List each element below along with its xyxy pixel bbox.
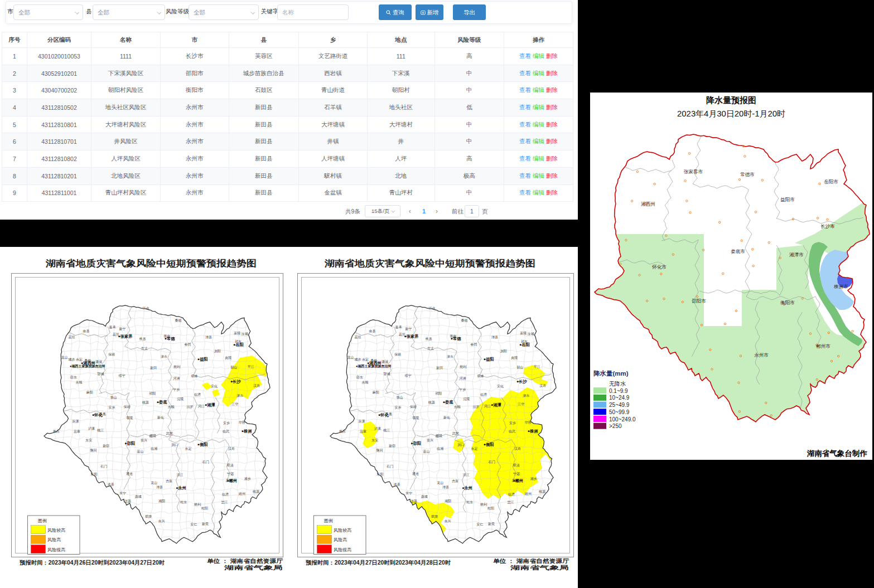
svg-text:芷江: 芷江 xyxy=(221,500,228,504)
svg-text:●岳阳: ●岳阳 xyxy=(519,342,530,347)
svg-text:双牌: 双牌 xyxy=(431,514,438,519)
svg-text:单位 ： 湖南省自然资源厅: 单位 ： 湖南省自然资源厅 xyxy=(207,558,283,564)
svg-text:韶山: 韶山 xyxy=(517,365,524,370)
svg-text:道县: 道县 xyxy=(394,483,400,486)
svg-text:漵浦: 漵浦 xyxy=(382,359,388,364)
svg-text:漵浦: 漵浦 xyxy=(95,359,102,364)
svg-text:华容: 华容 xyxy=(525,420,532,425)
svg-text:新邵: 新邵 xyxy=(389,444,395,448)
svg-text:●常德: ●常德 xyxy=(451,336,462,341)
svg-text:安化: 安化 xyxy=(497,384,504,388)
svg-text:花垣: 花垣 xyxy=(69,336,75,339)
svg-text:慈利: 慈利 xyxy=(480,503,487,507)
svg-text:双清: 双清 xyxy=(226,463,233,467)
svg-text:汝城: 汝城 xyxy=(242,332,248,336)
svg-text:风险高: 风险高 xyxy=(47,537,61,542)
svg-text:桃源: 桃源 xyxy=(142,400,149,405)
svg-text:龙山: 龙山 xyxy=(61,356,68,359)
svg-text:邵东: 邵东 xyxy=(356,375,363,380)
svg-text:●湘潭: ●湘潭 xyxy=(491,402,502,407)
svg-text:吉首: 吉首 xyxy=(452,479,458,483)
svg-text:东安: 东安 xyxy=(371,438,378,442)
svg-text:临澧: 临澧 xyxy=(480,393,487,397)
svg-text:邵东: 邵东 xyxy=(70,375,77,380)
svg-text:靖州: 靖州 xyxy=(524,492,532,495)
svg-text:株洲市: 株洲市 xyxy=(833,284,848,289)
svg-text:保靖: 保靖 xyxy=(108,353,115,356)
svg-text:麻阳: 麻阳 xyxy=(373,390,379,395)
svg-text:耒阳: 耒阳 xyxy=(90,472,97,477)
svg-text:桑植: 桑植 xyxy=(461,318,468,323)
svg-text:洞口: 洞口 xyxy=(458,443,465,447)
svg-text:道县: 道县 xyxy=(108,483,114,486)
svg-text:临澧: 临澧 xyxy=(508,493,515,497)
svg-text:●永州: ●永州 xyxy=(176,485,186,490)
svg-text:宁乡: 宁乡 xyxy=(173,387,180,391)
svg-text:●怀化: ●怀化 xyxy=(378,412,389,417)
svg-text:25~49.9: 25~49.9 xyxy=(609,402,630,408)
svg-text:望城: 望城 xyxy=(383,372,390,376)
svg-text:祁阳: 祁阳 xyxy=(435,391,442,396)
svg-text:洪江: 洪江 xyxy=(462,473,469,477)
svg-text:宜章: 宜章 xyxy=(74,429,80,433)
svg-text:安乡: 安乡 xyxy=(394,405,401,409)
svg-text:石门: 石门 xyxy=(100,464,107,469)
svg-text:宁乡: 宁乡 xyxy=(459,387,466,391)
svg-text:东安: 东安 xyxy=(85,438,92,442)
svg-text:永定: 永定 xyxy=(185,446,192,451)
svg-text:河口: 河口 xyxy=(484,405,491,409)
svg-text:韶山: 韶山 xyxy=(231,365,238,370)
svg-text:临武: 临武 xyxy=(223,430,229,434)
svg-text:湘潭市: 湘潭市 xyxy=(789,252,804,257)
svg-text:汉寿: 汉寿 xyxy=(228,447,235,450)
svg-text:●张家界: ●张家界 xyxy=(118,334,133,339)
svg-text:鼎城: 鼎城 xyxy=(135,495,142,499)
svg-text:●衡阳: ●衡阳 xyxy=(484,442,494,447)
svg-text:●衡阳: ●衡阳 xyxy=(197,442,208,447)
svg-text:石门: 石门 xyxy=(488,460,495,464)
svg-text:永州市: 永州市 xyxy=(754,352,769,358)
svg-text:衡东: 衡东 xyxy=(339,429,346,434)
svg-text:●长沙: ●长沙 xyxy=(516,379,528,384)
svg-text:零陵: 零陵 xyxy=(412,416,419,420)
svg-text:龙山: 龙山 xyxy=(347,356,354,359)
svg-text:风险较高: 风险较高 xyxy=(334,528,351,533)
svg-text:双清: 双清 xyxy=(513,463,519,467)
svg-text:蓝山: 蓝山 xyxy=(423,450,430,454)
svg-text:湘西州: 湘西州 xyxy=(640,201,655,207)
svg-text:洪江: 洪江 xyxy=(176,473,183,477)
svg-text:桂东: 桂东 xyxy=(466,500,473,504)
svg-text:平江: 平江 xyxy=(534,365,540,368)
svg-text:衡山: 衡山 xyxy=(397,396,403,400)
svg-text:潧县: 潧县 xyxy=(205,336,212,339)
svg-text:通道: 通道 xyxy=(126,472,133,475)
svg-text:新田: 新田 xyxy=(150,366,157,370)
svg-text:江华: 江华 xyxy=(518,402,525,406)
svg-text:湘阴: 湘阴 xyxy=(445,499,451,503)
svg-text:桂东: 桂东 xyxy=(180,500,187,504)
svg-text:古丈: 古丈 xyxy=(427,347,434,351)
svg-text:绥宁: 绥宁 xyxy=(119,373,125,377)
svg-text:津市: 津市 xyxy=(447,354,453,358)
svg-text:常宁: 常宁 xyxy=(405,491,412,495)
svg-text:安仁: 安仁 xyxy=(476,522,483,526)
svg-text:辰溪: 辰溪 xyxy=(73,419,79,423)
svg-text:●株洲: ●株洲 xyxy=(242,429,252,434)
svg-text:潧县: 潧县 xyxy=(442,485,449,489)
svg-text:桂阳: 桂阳 xyxy=(201,507,208,511)
svg-text:醴陵: 醴陵 xyxy=(436,434,442,438)
svg-text:茶陵: 茶陵 xyxy=(520,331,527,335)
svg-text:宜章: 宜章 xyxy=(360,429,366,433)
svg-text:芷江: 芷江 xyxy=(508,500,514,504)
svg-text:桃江: 桃江 xyxy=(97,429,104,433)
svg-text:沅陵: 沅陵 xyxy=(177,397,184,401)
svg-text:●邵阳: ●邵阳 xyxy=(124,441,135,446)
svg-text:湘乡: 湘乡 xyxy=(244,477,251,481)
svg-text:益阳市: 益阳市 xyxy=(780,197,795,202)
svg-text:隆回: 隆回 xyxy=(90,448,97,453)
svg-text:涟源: 涟源 xyxy=(124,499,131,503)
svg-text:●怀化: ●怀化 xyxy=(92,412,103,417)
svg-text:湖南省地质灾害气象风险中短期预警预报趋势图: 湖南省地质灾害气象风险中短期预警预报趋势图 xyxy=(324,258,535,268)
svg-text:津市: 津市 xyxy=(236,393,243,397)
svg-text:新化: 新化 xyxy=(157,415,164,420)
